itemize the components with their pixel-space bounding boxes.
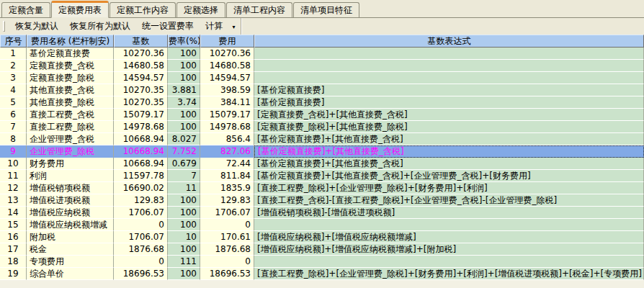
cell-rate[interactable]: 100 [168, 60, 200, 72]
cell-rate[interactable]: 10 [168, 231, 200, 243]
cell-name[interactable]: 其他直接费_除税 [27, 96, 114, 109]
cell-fee[interactable]: 856.4 [200, 133, 254, 145]
cell-no[interactable]: 6 [0, 109, 27, 121]
cell-base[interactable]: 11597.78 [114, 170, 168, 182]
table-row[interactable]: 3定额直接费_除税14594.5710014594.57 [0, 72, 644, 84]
cell-name[interactable]: 税金 [27, 243, 114, 256]
toolbar-grip-handle[interactable] [3, 21, 5, 32]
cell-fee[interactable]: 811.84 [200, 170, 254, 182]
cell-expr[interactable] [254, 48, 644, 60]
table-row[interactable]: 8企业管理费_含税10668.948.027856.4[基价定额直接费]+[其他… [0, 133, 644, 145]
cell-name[interactable]: 综合单价 [27, 268, 114, 280]
table-row[interactable]: 15增值税应纳税额增减01000 [0, 219, 644, 231]
cell-rate[interactable]: 100 [168, 72, 200, 84]
cell-expr[interactable] [254, 219, 644, 231]
cell-name[interactable]: 企业管理费_含税 [27, 133, 114, 145]
tab-定额工作内容[interactable]: 定额工作内容 [109, 2, 176, 17]
cell-fee[interactable]: 18696.53 [200, 268, 254, 280]
cell-name[interactable]: 增值税应纳税额 [27, 207, 114, 219]
cell-name[interactable]: 增值税进项税额 [27, 194, 114, 207]
table-row[interactable]: 5其他直接费_除税10270.353.74384.11[基价定额直接费] [0, 96, 644, 109]
cell-fee[interactable]: 14594.57 [200, 72, 254, 84]
cell-rate[interactable]: 100 [168, 268, 200, 280]
cell-expr[interactable]: [基价定额直接费] [254, 84, 644, 96]
cell-base[interactable]: 10668.94 [114, 158, 168, 170]
cell-rate[interactable]: 8.027 [168, 133, 200, 145]
cell-rate[interactable]: 100 [168, 48, 200, 60]
table-row[interactable]: 14增值税应纳税额1706.071001706.07[增值税销项税额]-[增值税… [0, 207, 644, 219]
cell-fee[interactable]: 0 [200, 219, 254, 231]
cell-name[interactable]: 基价定额直接费 [27, 48, 114, 60]
cell-rate[interactable]: 100 [168, 194, 200, 207]
cell-rate[interactable]: 3.881 [168, 84, 200, 96]
cell-no[interactable]: 9 [0, 145, 27, 158]
toolbar-button-统一设置费率[interactable]: 统一设置费率 [136, 18, 200, 35]
cell-rate[interactable]: 3.74 [168, 96, 200, 109]
cell-base[interactable]: 16690.02 [114, 182, 168, 194]
table-row[interactable]: 19综合单价18696.5310018696.53[直接工程费_除税]+[企业管… [0, 268, 644, 280]
cell-base[interactable]: 10668.94 [114, 145, 168, 158]
cell-rate[interactable]: 111 [168, 256, 200, 268]
cell-fee[interactable]: 15079.17 [200, 109, 254, 121]
cell-rate[interactable]: 7 [168, 170, 200, 182]
cell-expr[interactable]: [直接工程费_除税]+[企业管理费_除税]+[财务费用]+[利润] [254, 182, 644, 194]
cell-name[interactable]: 直接工程费_含税 [27, 109, 114, 121]
cell-base[interactable]: 10270.35 [114, 84, 168, 96]
table-row[interactable]: 12增值税销项税额16690.02111835.9[直接工程费_除税]+[企业管… [0, 182, 644, 194]
table-row[interactable]: 18专项费用01110 [0, 256, 644, 268]
cell-base[interactable]: 14594.57 [114, 72, 168, 84]
cell-no[interactable]: 17 [0, 243, 27, 256]
cell-no[interactable]: 4 [0, 84, 27, 96]
cell-base[interactable]: 1876.68 [114, 243, 168, 256]
cell-fee[interactable]: 14680.58 [200, 60, 254, 72]
table-row[interactable]: 11利润11597.787811.84[基价定额直接费]+[其他直接费_含税]+… [0, 170, 644, 182]
cell-no[interactable]: 10 [0, 158, 27, 170]
cell-fee[interactable]: 1706.07 [200, 207, 254, 219]
cell-expr[interactable]: [直接工程费_含税]-[直接工程费_除税]+[企业管理费_含税]-[企业管理费_… [254, 194, 644, 207]
cell-no[interactable]: 19 [0, 268, 27, 280]
table-row[interactable]: 2定额直接费_含税14680.5810014680.58 [0, 60, 644, 72]
toolbar-overflow-arrow-icon[interactable]: ▾ [230, 22, 238, 32]
cell-no[interactable]: 1 [0, 48, 27, 60]
cell-name[interactable]: 定额直接费_含税 [27, 60, 114, 72]
cell-base[interactable]: 1706.07 [114, 231, 168, 243]
cell-base[interactable]: 14978.68 [114, 121, 168, 133]
table-row[interactable]: 6直接工程费_含税15079.1710015079.17[定额直接费_含税]+[… [0, 109, 644, 121]
cell-fee[interactable]: 384.11 [200, 96, 254, 109]
cell-name[interactable]: 其他直接费_含税 [27, 84, 114, 96]
cell-name[interactable]: 增值税销项税额 [27, 182, 114, 194]
cell-rate[interactable]: 100 [168, 243, 200, 256]
toolbar-button-恢复为默认[interactable]: 恢复为默认 [9, 18, 64, 35]
cell-no[interactable]: 15 [0, 219, 27, 231]
cell-no[interactable]: 11 [0, 170, 27, 182]
cell-base[interactable]: 14680.58 [114, 60, 168, 72]
cell-name[interactable]: 增值税应纳税额增减 [27, 219, 114, 231]
toolbar-button-计算[interactable]: 计算 [200, 18, 228, 35]
cell-name[interactable]: 财务费用 [27, 158, 114, 170]
tab-定额费用表[interactable]: 定额费用表 [51, 1, 109, 18]
cell-no[interactable]: 5 [0, 96, 27, 109]
cell-no[interactable]: 8 [0, 133, 27, 145]
table-row[interactable]: 10财务费用10668.940.67972.44[基价定额直接费]+[其他直接费… [0, 158, 644, 170]
cell-expr[interactable]: [直接工程费_除税]+[企业管理费_除税]+[财务费用]+[利润]+[增值税进项… [254, 268, 644, 280]
cell-rate[interactable]: 7.752 [168, 145, 200, 158]
table-row[interactable]: 13增值税进项税额129.83100129.83[直接工程费_含税]-[直接工程… [0, 194, 644, 207]
cell-name[interactable]: 企业管理费_除税 [27, 145, 114, 158]
cell-fee[interactable]: 398.59 [200, 84, 254, 96]
cell-fee[interactable]: 1835.9 [200, 182, 254, 194]
cell-expr[interactable]: [基价定额直接费]+[其他直接费_含税]+[企业管理费_含税]+[财务费用] [254, 170, 644, 182]
toolbar-button-恢复所有为默认[interactable]: 恢复所有为默认 [64, 18, 136, 35]
tab-定额含量[interactable]: 定额含量 [1, 2, 50, 17]
cell-fee[interactable]: 72.44 [200, 158, 254, 170]
cell-name[interactable]: 专项费用 [27, 256, 114, 268]
cell-no[interactable]: 16 [0, 231, 27, 243]
table-row[interactable]: 1基价定额直接费10270.3610010270.36 [0, 48, 644, 60]
cell-fee[interactable]: 1876.68 [200, 243, 254, 256]
cell-expr[interactable]: [增值税应纳税额]+[增值税应纳税额增减] [254, 231, 644, 243]
cell-rate[interactable]: 100 [168, 219, 200, 231]
cell-base[interactable]: 10668.94 [114, 133, 168, 145]
cell-fee[interactable]: 129.83 [200, 194, 254, 207]
cell-name[interactable]: 利润 [27, 170, 114, 182]
tab-清单项目特征[interactable]: 清单项目特征 [293, 2, 359, 17]
cell-fee[interactable]: 827.06 [200, 145, 254, 158]
